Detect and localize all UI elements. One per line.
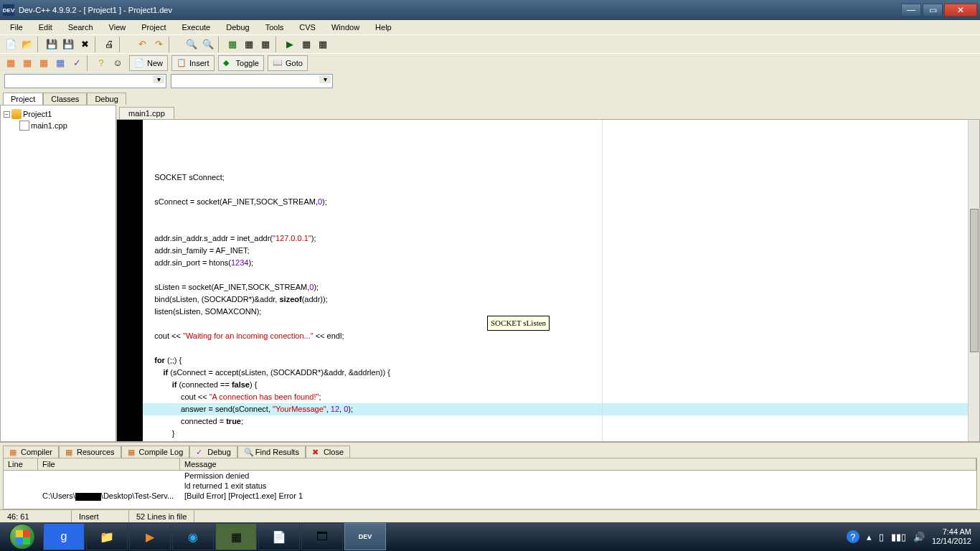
taskbar-app-devcpp[interactable]: DEV: [344, 523, 386, 550]
taskbar-app-doc[interactable]: 📄: [258, 523, 300, 550]
taskbar-app-mc[interactable]: ▦: [215, 523, 257, 550]
grid-icon-4[interactable]: ▦: [52, 55, 68, 71]
grid-icon-2[interactable]: ▦: [19, 55, 35, 71]
code-line[interactable]: addr.sin_port = htons(1234);: [143, 257, 968, 269]
code-line[interactable]: cout << "Waiting for an incoming conecti…: [143, 330, 968, 342]
goto-button[interactable]: 📖Goto: [268, 55, 308, 71]
scroll-thumb[interactable]: [970, 209, 979, 352]
rebuild-icon[interactable]: ▶: [282, 37, 298, 52]
debug-icon[interactable]: ▦: [298, 37, 314, 52]
redo-icon[interactable]: ↷: [151, 37, 166, 52]
save-icon[interactable]: 💾: [44, 37, 60, 52]
compile-icon[interactable]: ▦: [225, 37, 240, 52]
output-row[interactable]: Permission denied: [4, 471, 976, 481]
code-editor[interactable]: SOCKET sListen SOCKET sConnect; sConnect…: [116, 119, 980, 442]
tree-collapse-icon[interactable]: −: [4, 111, 10, 118]
taskbar-app-explorer[interactable]: 📁: [86, 523, 128, 550]
code-content[interactable]: SOCKET sListen SOCKET sConnect; sConnect…: [143, 120, 968, 441]
code-line[interactable]: addr.sin_addr.s_addr = inet_addr("127.0.…: [143, 232, 968, 245]
member-combo[interactable]: [171, 74, 333, 88]
start-button[interactable]: [3, 522, 42, 551]
code-line[interactable]: [143, 269, 968, 281]
code-line[interactable]: bind(sListen, (SOCKADDR*)&addr, sizeof(a…: [143, 293, 968, 306]
maximize-button[interactable]: ▭: [923, 4, 943, 17]
editor-tab-main[interactable]: main1.cpp: [119, 107, 174, 119]
menu-execute[interactable]: Execute: [174, 22, 217, 33]
output-tab-compiler[interactable]: ▦Compiler: [3, 446, 59, 458]
help-tray-icon[interactable]: ?: [847, 530, 859, 543]
class-combo[interactable]: [4, 74, 166, 88]
project-tree-root[interactable]: − Project1: [4, 108, 113, 120]
menu-help[interactable]: Help: [368, 22, 399, 33]
output-tab-find-results[interactable]: 🔍Find Results: [237, 446, 306, 458]
col-line[interactable]: Line: [4, 458, 38, 470]
compile-run-icon[interactable]: ▦: [258, 37, 273, 52]
menu-window[interactable]: Window: [324, 22, 367, 33]
code-line[interactable]: sConnect = socket(AF_INET,SOCK_STREAM,0)…: [143, 196, 968, 208]
menu-edit[interactable]: Edit: [32, 22, 60, 33]
output-tab-close[interactable]: ✖Close: [306, 446, 350, 458]
wifi-icon[interactable]: ▮▮▯: [891, 532, 906, 542]
output-row[interactable]: ld returned 1 exit status: [4, 481, 976, 491]
new-button[interactable]: 📄New: [129, 55, 168, 71]
menu-tools[interactable]: Tools: [258, 22, 291, 33]
run-icon[interactable]: ▦: [241, 37, 257, 52]
col-message[interactable]: Message: [180, 458, 976, 470]
menu-view[interactable]: View: [102, 22, 133, 33]
print-icon[interactable]: 🖨: [101, 37, 117, 52]
system-clock[interactable]: 7:44 AM 12/14/2012: [932, 527, 971, 546]
menu-file[interactable]: File: [3, 22, 30, 33]
taskbar-app-window[interactable]: 🗔: [301, 523, 343, 550]
vertical-scrollbar[interactable]: [968, 120, 979, 441]
minimize-button[interactable]: —: [901, 4, 921, 17]
volume-icon[interactable]: 🔊: [913, 532, 925, 542]
menu-project[interactable]: Project: [134, 22, 173, 33]
side-tab-classes[interactable]: Classes: [43, 93, 87, 105]
output-tab-compile-log[interactable]: ▦Compile Log: [121, 446, 190, 458]
grid-icon-1[interactable]: ▦: [3, 55, 19, 71]
menu-cvs[interactable]: CVS: [292, 22, 323, 33]
menu-search[interactable]: Search: [61, 22, 100, 33]
code-line[interactable]: SOCKET sConnect;: [143, 171, 968, 184]
output-tab-resources[interactable]: ▦Resources: [59, 446, 121, 458]
replace-icon[interactable]: 🔍: [200, 37, 216, 52]
stop-icon[interactable]: ▦: [315, 37, 331, 52]
code-line[interactable]: listen(sListen, SOMAXCONN);: [143, 306, 968, 318]
code-line[interactable]: [143, 342, 968, 354]
help-icon[interactable]: ?: [93, 55, 109, 71]
code-line[interactable]: [143, 208, 968, 220]
tray-chevron-icon[interactable]: ▴: [867, 532, 872, 542]
side-tab-project[interactable]: Project: [3, 93, 43, 105]
taskbar-app-media[interactable]: ▶: [129, 523, 171, 550]
find-icon[interactable]: 🔍: [184, 37, 199, 52]
code-line[interactable]: addr.sin_family = AF_INET;: [143, 245, 968, 257]
undo-icon[interactable]: ↶: [134, 37, 150, 52]
code-line[interactable]: }: [143, 440, 968, 441]
code-line[interactable]: if (connected == false) {: [143, 379, 968, 391]
toggle-button[interactable]: ◆Toggle: [218, 55, 264, 71]
code-line[interactable]: cout << "A connection has been found!";: [143, 391, 968, 403]
taskbar-app-google[interactable]: g: [43, 523, 85, 550]
code-line[interactable]: sListen = socket(AF_INET,SOCK_STREAM,0);: [143, 281, 968, 293]
insert-button[interactable]: 📋Insert: [171, 55, 215, 71]
code-line[interactable]: answer = send(sConnect, "YourMessage", 1…: [143, 403, 968, 415]
code-line[interactable]: [143, 184, 968, 196]
grid-icon-3[interactable]: ▦: [36, 55, 52, 71]
about-icon[interactable]: ☺: [110, 55, 126, 71]
code-line[interactable]: [143, 318, 968, 330]
open-icon[interactable]: 📂: [19, 37, 35, 52]
output-tab-debug[interactable]: ✓Debug: [189, 446, 237, 458]
col-file[interactable]: File: [38, 458, 180, 470]
code-line[interactable]: }: [143, 428, 968, 440]
side-tab-debug[interactable]: Debug: [87, 93, 126, 105]
output-row[interactable]: C:\Users\\Desktop\Test-Serv...[Build Err…: [4, 491, 976, 501]
save-all-icon[interactable]: 💾: [60, 37, 76, 52]
close-file-icon[interactable]: ✖: [77, 37, 93, 52]
taskbar-app-blue[interactable]: ◉: [172, 523, 214, 550]
close-button[interactable]: ✕: [944, 4, 977, 17]
code-line[interactable]: [143, 220, 968, 232]
check-icon[interactable]: ✓: [69, 55, 85, 71]
code-line[interactable]: for (;;) {: [143, 354, 968, 367]
code-line[interactable]: if (sConnect = accept(sListen, (SOCKADDR…: [143, 367, 968, 379]
menu-debug[interactable]: Debug: [219, 22, 256, 33]
